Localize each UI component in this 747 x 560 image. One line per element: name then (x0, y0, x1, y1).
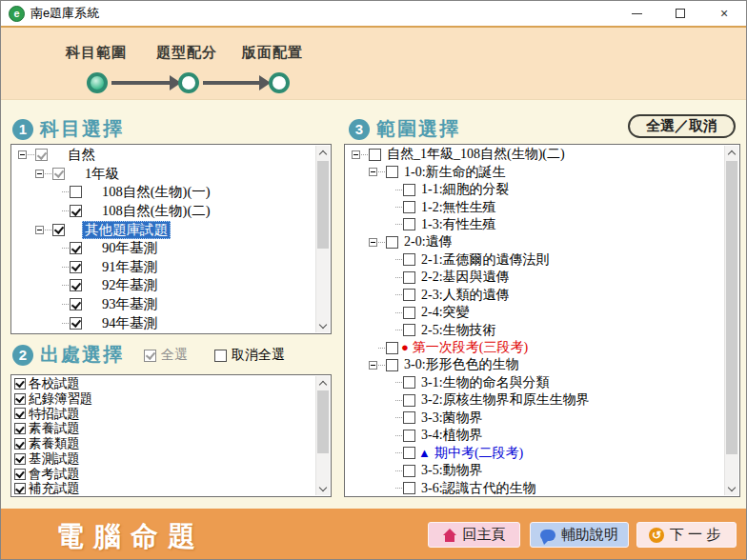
checkbox[interactable] (403, 271, 415, 284)
list-item[interactable]: 補充試題 (12, 482, 315, 495)
tree-label[interactable]: 92年基測 (99, 276, 160, 294)
tree-row[interactable]: 1-0:新生命的誕生 (346, 163, 724, 180)
scroll-up-icon[interactable] (316, 376, 330, 390)
tree-label[interactable]: 1-1:細胞的分裂 (418, 181, 513, 198)
tree-row[interactable]: 1-3:有性生殖 (346, 216, 724, 233)
checkbox[interactable] (403, 447, 415, 459)
scroll-up-icon[interactable] (316, 146, 330, 160)
tree-label[interactable]: 93年基測 (99, 295, 160, 313)
expand-collapse-icon[interactable] (369, 238, 377, 247)
scroll-down-icon[interactable] (316, 481, 330, 495)
list-item[interactable]: 基測試題 (12, 451, 315, 467)
checkbox[interactable] (403, 218, 415, 230)
tree-label[interactable]: 2-4:突變 (418, 304, 473, 321)
checkbox[interactable] (403, 184, 415, 196)
subject-tree-scrollbar[interactable] (315, 146, 330, 332)
tree-row[interactable]: 2-0:遺傳 (346, 233, 724, 250)
list-item[interactable]: 各校試題 (12, 376, 315, 391)
checkbox[interactable] (14, 408, 26, 419)
list-item[interactable]: 素養類題 (12, 436, 315, 451)
checkbox[interactable] (403, 253, 415, 266)
list-item[interactable]: 特招試題 (12, 407, 315, 422)
expand-collapse-icon[interactable] (35, 226, 44, 234)
tree-row[interactable]: 93年基測 (12, 295, 315, 314)
step-circle-3[interactable] (269, 72, 290, 93)
tree-label[interactable]: 2-0:遺傳 (401, 233, 455, 250)
tree-row[interactable]: 90年基測 (12, 239, 315, 258)
tree-label[interactable]: 108自然(生物)(一) (99, 183, 213, 201)
close-button[interactable]: × (702, 1, 746, 26)
expand-collapse-icon[interactable] (369, 361, 377, 370)
checkbox[interactable] (386, 342, 398, 354)
scrollbar-thumb[interactable] (317, 161, 329, 249)
scrollbar-thumb[interactable] (726, 161, 737, 454)
list-item[interactable]: 素養試題 (12, 421, 315, 436)
tree-label[interactable]: 其他題庫試題 (82, 221, 171, 239)
tree-row[interactable]: 3-0:形形色色的生物 (346, 356, 724, 373)
tree-row[interactable]: ▲期中考(二段考) (346, 444, 724, 461)
tree-label[interactable]: 自然_1年級_108自然(生物)(二) (384, 146, 568, 163)
help-button[interactable]: 輔助說明 (530, 522, 629, 548)
tree-label[interactable]: 第一次段考(三段考) (410, 339, 531, 356)
list-item[interactable]: 會考試題 (12, 467, 315, 482)
checkbox[interactable] (369, 149, 381, 161)
tree-row[interactable]: 2-1:孟德爾的遺傳法則 (346, 251, 724, 269)
tree-row[interactable]: 1-1:細胞的分裂 (346, 181, 724, 198)
checkbox[interactable] (70, 261, 82, 273)
tree-row[interactable]: 91年基測 (12, 258, 315, 277)
checkbox[interactable] (52, 224, 65, 236)
tree-row[interactable]: 其他題庫試題 (12, 220, 315, 239)
scope-tree-scrollbar[interactable] (724, 146, 738, 495)
next-step-button[interactable]: ↺ 下一步 (636, 522, 737, 548)
tree-row[interactable]: 3-1:生物的命名與分類 (346, 374, 724, 391)
tree-label[interactable]: 3-5:動物界 (418, 462, 486, 479)
step-circle-1[interactable] (87, 72, 108, 93)
tree-label[interactable]: 91年基測 (99, 258, 160, 276)
tree-label[interactable]: 108自然(生物)(二) (99, 202, 213, 220)
tree-row[interactable]: 自然 (12, 146, 315, 165)
tree-label[interactable]: 3-3:菌物界 (418, 410, 486, 427)
step-circle-2[interactable] (178, 72, 199, 93)
checkbox[interactable] (403, 201, 415, 213)
scrollbar-thumb[interactable] (317, 390, 329, 453)
tree-row[interactable]: 2-4:突變 (346, 304, 724, 321)
tree-label[interactable]: 1-3:有性生殖 (418, 216, 499, 233)
tree-row[interactable]: 自然_1年級_108自然(生物)(二) (346, 146, 724, 163)
tree-label[interactable]: 1-2:無性生殖 (418, 199, 499, 216)
checkbox[interactable] (386, 236, 398, 249)
checkbox[interactable] (70, 242, 82, 254)
tree-label[interactable]: 94年基測 (99, 314, 160, 332)
tree-row[interactable]: 3-3:菌物界 (346, 410, 724, 427)
checkbox[interactable] (70, 186, 82, 198)
tree-row[interactable]: 92年基測 (12, 276, 315, 295)
tree-label[interactable]: 自然 (65, 146, 98, 164)
expand-collapse-icon[interactable] (35, 170, 44, 178)
checkbox[interactable] (386, 359, 398, 371)
tree-label[interactable]: 2-5:生物技術 (418, 322, 499, 339)
tree-label[interactable]: 2-1:孟德爾的遺傳法則 (418, 251, 553, 269)
checkbox[interactable] (70, 317, 82, 330)
expand-collapse-icon[interactable] (352, 150, 360, 159)
checkbox[interactable] (403, 324, 415, 336)
checkbox[interactable] (35, 149, 48, 161)
home-button[interactable]: 回主頁 (428, 522, 520, 548)
checkbox[interactable] (14, 483, 26, 494)
tree-row[interactable]: 1-2:無性生殖 (346, 198, 724, 215)
tree-label[interactable]: 90年基測 (99, 239, 160, 257)
checkbox[interactable] (403, 465, 415, 477)
source-list-scrollbar[interactable] (315, 376, 330, 495)
select-all-checkbox[interactable] (144, 350, 156, 362)
checkbox[interactable] (386, 166, 398, 178)
tree-label[interactable]: 3-1:生物的命名與分類 (418, 374, 553, 391)
checkbox[interactable] (403, 411, 415, 424)
tree-row[interactable]: 2-5:生物技術 (346, 321, 724, 338)
tree-label[interactable]: 1-0:新生命的誕生 (401, 164, 509, 181)
tree-row[interactable]: 2-2:基因與遺傳 (346, 269, 724, 286)
checkbox[interactable] (403, 307, 415, 319)
tree-row[interactable]: 3-6:認識古代的生物 (346, 479, 724, 495)
list-item[interactable]: 紀錄簿習題 (12, 391, 315, 407)
maximize-button[interactable] (658, 1, 702, 26)
tree-label[interactable]: 3-4:植物界 (418, 427, 486, 444)
expand-collapse-icon[interactable] (369, 168, 377, 176)
tree-row[interactable]: 108自然(生物)(一) (12, 183, 315, 202)
